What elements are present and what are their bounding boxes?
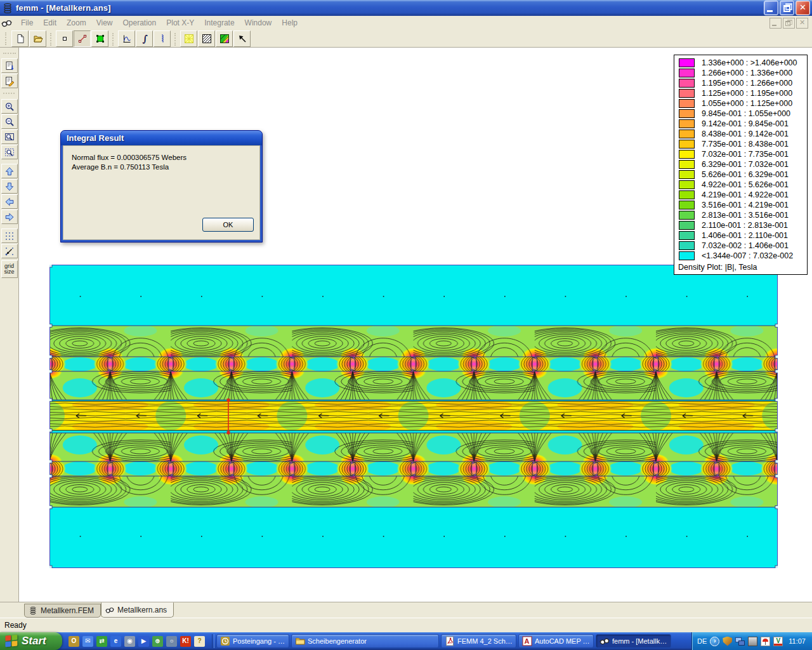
legend-entry: 8.438e-001 : 9.142e-001 — [679, 129, 807, 139]
restore-button[interactable] — [780, 1, 794, 15]
close-button[interactable] — [796, 1, 810, 15]
menu-item[interactable]: View — [91, 17, 118, 29]
toolbar-button[interactable] — [11, 30, 29, 47]
taskbar-window-button[interactable]: Posteingang - Micr... — [216, 634, 289, 648]
show-mesh-icon — [185, 34, 193, 43]
outlook-quick-icon[interactable]: O — [69, 636, 79, 647]
pan-left-icon — [6, 198, 13, 205]
toolbar-button[interactable] — [74, 30, 91, 47]
outlook-express-icon[interactable]: ✉ — [82, 636, 93, 647]
status-text: Ready — [4, 621, 27, 630]
side-toolbar-button[interactable] — [1, 179, 18, 194]
toolbar-button[interactable] — [233, 30, 251, 47]
show-hidden-icons-button[interactable]: › — [710, 637, 719, 646]
toolbar-button[interactable] — [154, 30, 171, 47]
ok-button[interactable]: OK — [202, 218, 254, 232]
menu-item[interactable]: Plot X-Y — [161, 17, 199, 29]
dialog-titlebar[interactable]: Integral Result — [61, 131, 262, 145]
menu-item[interactable]: Zoom — [62, 17, 91, 29]
search-files-icon[interactable]: ○ — [166, 636, 177, 647]
start-button[interactable]: Start — [0, 632, 62, 650]
windows-flag-icon — [4, 634, 18, 648]
side-toolbar-button[interactable] — [1, 145, 18, 159]
grid-size-button[interactable]: grid size — [1, 260, 18, 278]
toolbar-button[interactable] — [198, 30, 215, 47]
taskbar-button-label: FEMM 4_2 Scheibe... — [457, 637, 513, 645]
toolbar-button[interactable] — [29, 30, 46, 47]
side-toolbar-button[interactable] — [1, 164, 18, 178]
side-toolbar-button[interactable] — [1, 229, 18, 243]
media-player-icon[interactable]: ▶ — [138, 636, 149, 647]
legend-color-swatch — [679, 69, 695, 77]
k-tool-icon[interactable]: K! — [180, 636, 191, 647]
minimize-button[interactable] — [764, 1, 778, 15]
legend-entry: 1.125e+000 : 1.195e+000 — [679, 88, 807, 98]
menu-item[interactable]: Integrate — [199, 17, 239, 29]
antivir-guard-icon[interactable]: V — [773, 637, 783, 646]
remote-session-icon[interactable] — [748, 637, 757, 646]
mdi-client-area: grid size — [0, 48, 812, 602]
legend-color-swatch — [679, 231, 695, 240]
toolbar-button[interactable] — [216, 30, 233, 47]
msn-globe-icon[interactable]: ⊕ — [152, 636, 163, 647]
side-toolbar-button[interactable] — [1, 244, 18, 258]
integral-result-dialog[interactable]: Integral Result Normal flux = 0.00030657… — [60, 130, 263, 242]
taskbar-button-label: AutoCAD MEP 2012 — [535, 637, 590, 645]
menu-item[interactable]: Help — [277, 17, 303, 29]
toolbar-button[interactable] — [56, 30, 73, 47]
pdf-icon — [447, 637, 454, 646]
legend-color-swatch — [679, 58, 695, 67]
document-tab[interactable]: Metallkern.ans — [101, 602, 174, 618]
taskbar-window-button[interactable]: femm - [Metallkern... — [596, 634, 671, 648]
security-shield-icon[interactable] — [723, 637, 732, 646]
legend-range-label: 7.032e-001 : 7.735e-001 — [702, 150, 789, 159]
legend-color-swatch — [679, 221, 695, 230]
point-mode-icon — [63, 37, 66, 40]
help-notes-icon[interactable]: ? — [194, 636, 205, 647]
network-monitors-icon[interactable] — [735, 637, 745, 646]
toolbar-button[interactable] — [180, 30, 197, 47]
femm-postprocessor-icon — [1, 18, 12, 29]
taskbar-window-button[interactable]: AutoCAD MEP 2012 — [518, 634, 594, 648]
language-indicator[interactable]: DE — [697, 637, 707, 645]
window-titlebar[interactable]: femm - [Metallkern.ans] — [0, 0, 812, 16]
folder-icon — [296, 639, 305, 645]
toolbar-button[interactable] — [118, 30, 135, 47]
dialog-result-line: Average B.n = 0.750113 Tesla — [72, 162, 259, 172]
legend-color-swatch — [679, 129, 695, 138]
toolbar-button[interactable] — [91, 30, 108, 47]
sync-arrows-icon[interactable]: ⇄ — [96, 636, 107, 647]
menu-item[interactable]: Edit — [38, 17, 62, 29]
outlook-icon — [221, 637, 230, 646]
taskbar-window-button[interactable]: Scheibengenerator — [291, 634, 439, 648]
mdi-close-button[interactable] — [796, 18, 808, 29]
antivir-umbrella-icon[interactable] — [761, 637, 770, 646]
density-plot-canvas[interactable] — [49, 265, 778, 568]
globe-icon[interactable]: ◉ — [124, 636, 135, 647]
side-toolbar-button[interactable] — [1, 58, 18, 73]
legend-color-swatch — [679, 190, 695, 199]
side-toolbar-button[interactable] — [1, 194, 18, 209]
toolbar-button[interactable] — [136, 30, 153, 47]
legend-range-label: 8.438e-001 : 9.142e-001 — [702, 129, 789, 138]
menu-item[interactable]: Window — [240, 17, 277, 29]
side-toolbar-button[interactable] — [1, 74, 18, 88]
internet-explorer-icon[interactable]: e — [110, 636, 121, 647]
legend-color-swatch — [679, 251, 695, 260]
document-tab[interactable]: Metallkern.FEM — [24, 604, 101, 618]
taskbar-clock[interactable]: 11:07 — [789, 637, 806, 645]
menu-item[interactable]: File — [16, 17, 38, 29]
density-legend: 1.336e+000 : >1.406e+000 1.266e+000 : 1.… — [674, 55, 808, 275]
mdi-restore-button[interactable] — [783, 18, 795, 29]
side-toolbar-button[interactable] — [1, 114, 18, 129]
side-toolbar-button[interactable] — [1, 129, 18, 144]
mdi-minimize-button[interactable] — [769, 18, 782, 29]
zoom-out-icon — [6, 118, 13, 125]
taskbar-window-button[interactable]: FEMM 4_2 Scheibe... — [441, 634, 516, 648]
menu-item[interactable]: Operation — [118, 17, 162, 29]
legend-range-label: 9.845e-001 : 1.055e+000 — [702, 109, 790, 118]
side-toolbar-button[interactable] — [1, 209, 18, 224]
pan-right-icon — [6, 213, 13, 220]
side-toolbar-button[interactable] — [1, 99, 18, 114]
taskbar-divider — [212, 634, 214, 648]
